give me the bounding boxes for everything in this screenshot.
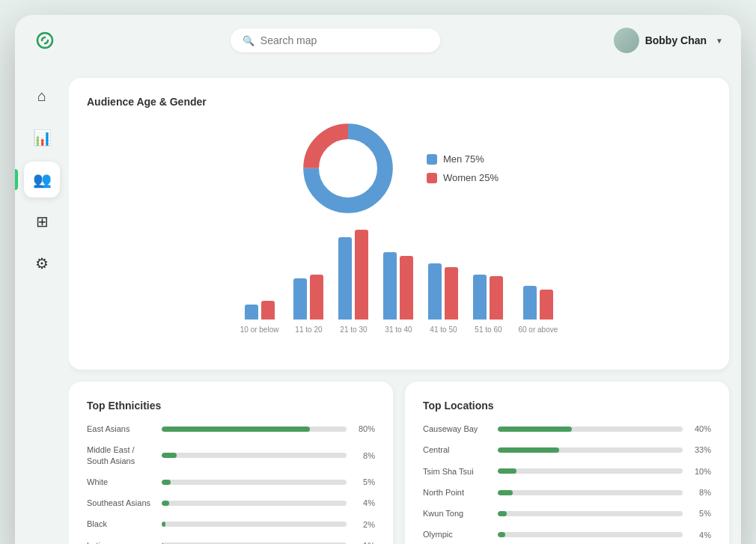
bar-label: 10 or below — [240, 326, 279, 334]
sidebar-item-analytics[interactable]: 📊 — [24, 120, 60, 156]
progress-bar-bg — [162, 501, 347, 506]
location-label: Central — [423, 444, 490, 455]
bar-chart: 10 or below 11 to 20 21 to 30 31 to 40 — [87, 232, 711, 352]
main-layout: ⌂ 📊 👥 ⊞ ⚙ Audience Age & Gender — [15, 66, 741, 544]
ethnicity-label: Middle East / South Asians — [87, 444, 154, 466]
device-frame: 🔍 Bobby Chan ▼ ⌂ 📊 👥 ⊞ — [15, 15, 741, 544]
bar-group: 11 to 20 — [293, 275, 323, 334]
user-menu[interactable]: Bobby Chan ▼ — [614, 28, 723, 53]
women-bar — [355, 230, 368, 320]
chart-icon: 📊 — [33, 129, 52, 147]
progress-bar-bg — [162, 522, 347, 527]
legend: Men 75% Women 25% — [427, 153, 499, 183]
progress-bar-bg — [498, 490, 683, 495]
bar-label: 11 to 20 — [295, 326, 322, 334]
user-name: Bobby Chan — [645, 34, 707, 46]
bar-label: 60 or above — [518, 326, 558, 334]
location-label: Olympic — [423, 529, 490, 540]
progress-bar-bg — [162, 480, 347, 485]
donut-legend-area: Men 75% Women 25% — [299, 120, 499, 217]
progress-bar-fill — [162, 501, 169, 506]
location-label: Causeway Bay — [423, 424, 490, 434]
ethnicity-item: Middle East / South Asians 8% — [87, 444, 375, 466]
bars — [383, 252, 413, 320]
locations-card: Top Locations Causeway Bay 40% Central 3… — [405, 382, 729, 544]
men-bar — [338, 237, 352, 320]
ethnicity-item: White 5% — [87, 477, 375, 487]
progress-bar-fill — [498, 468, 516, 474]
bar-group: 21 to 30 — [338, 230, 368, 334]
men-bar — [383, 252, 397, 320]
bar-label: 41 to 50 — [430, 326, 457, 334]
search-bar[interactable]: 🔍 — [231, 28, 440, 52]
bar-group: 60 or above — [518, 286, 558, 334]
age-gender-card: Audience Age & Gender — [69, 78, 729, 370]
progress-bar-fill — [162, 427, 310, 432]
location-pct: 33% — [690, 445, 711, 454]
men-bar — [293, 278, 307, 320]
main-content: Audience Age & Gender — [69, 66, 741, 544]
ethnicity-item: Black 2% — [87, 519, 375, 529]
audience-icon: 👥 — [33, 171, 52, 189]
ethnicity-item: Latinos 1% — [87, 540, 375, 544]
ethnicity-pct: 2% — [354, 520, 375, 529]
location-pct: 5% — [690, 509, 711, 518]
women-label: Women 25% — [443, 172, 499, 183]
location-item: Central 33% — [423, 444, 711, 455]
men-bar — [523, 286, 537, 320]
search-icon: 🔍 — [243, 35, 254, 46]
bar-group: 31 to 40 — [383, 252, 413, 334]
ethnicity-item: East Asians 80% — [87, 424, 375, 434]
bars — [523, 286, 553, 320]
bars — [245, 301, 275, 320]
location-label: Kwun Tong — [423, 508, 490, 519]
header: 🔍 Bobby Chan ▼ — [15, 15, 741, 66]
bar-label: 21 to 30 — [340, 326, 367, 334]
progress-bar-bg — [498, 468, 683, 474]
chevron-down-icon: ▼ — [716, 37, 723, 45]
logo — [33, 28, 57, 52]
women-bar — [490, 276, 503, 320]
progress-bar-fill — [498, 427, 572, 432]
progress-bar-fill — [162, 453, 177, 458]
settings-icon: ⚙ — [35, 254, 49, 272]
bars — [428, 263, 458, 320]
location-pct: 8% — [690, 488, 711, 497]
chart-area: Men 75% Women 25% 10 or be — [87, 120, 711, 352]
location-item: Tsim Sha Tsui 10% — [423, 466, 711, 477]
ethnicities-card: Top Ethnicities East Asians 80% Middle E… — [69, 382, 393, 544]
progress-bar-fill — [498, 511, 507, 516]
sidebar-item-grid[interactable]: ⊞ — [24, 204, 60, 239]
bars — [473, 275, 503, 320]
ethnicities-title: Top Ethnicities — [87, 400, 375, 412]
women-dot — [427, 173, 437, 183]
avatar — [614, 28, 639, 53]
grid-icon: ⊞ — [36, 213, 49, 230]
search-input[interactable] — [260, 34, 428, 46]
legend-men: Men 75% — [427, 153, 499, 165]
ethnicity-label: Southeast Asians — [87, 498, 154, 508]
progress-bar-fill — [498, 447, 559, 453]
ethnicity-pct: 4% — [354, 498, 375, 507]
donut-chart — [299, 120, 397, 217]
progress-bar-fill — [162, 480, 171, 485]
ethnicity-label: Latinos — [87, 540, 154, 544]
age-gender-title: Audience Age & Gender — [87, 96, 711, 108]
sidebar-item-audience[interactable]: 👥 — [24, 162, 60, 198]
women-bar — [310, 275, 323, 320]
locations-title: Top Locations — [423, 400, 711, 412]
sidebar: ⌂ 📊 👥 ⊞ ⚙ — [15, 66, 69, 544]
ethnicity-label: Black — [87, 519, 154, 529]
progress-bar-fill — [162, 522, 165, 527]
bar-group: 41 to 50 — [428, 263, 458, 334]
sidebar-item-home[interactable]: ⌂ — [24, 78, 60, 114]
bar-label: 51 to 60 — [475, 326, 502, 334]
ethnicity-pct: 80% — [354, 424, 375, 433]
sidebar-item-settings[interactable]: ⚙ — [24, 245, 60, 281]
ethnicity-pct: 1% — [354, 541, 375, 544]
home-icon: ⌂ — [37, 88, 46, 105]
bar-label: 31 to 40 — [385, 326, 412, 334]
location-item: North Point 8% — [423, 487, 711, 498]
bar-group: 51 to 60 — [473, 275, 503, 334]
ethnicity-label: White — [87, 477, 154, 487]
